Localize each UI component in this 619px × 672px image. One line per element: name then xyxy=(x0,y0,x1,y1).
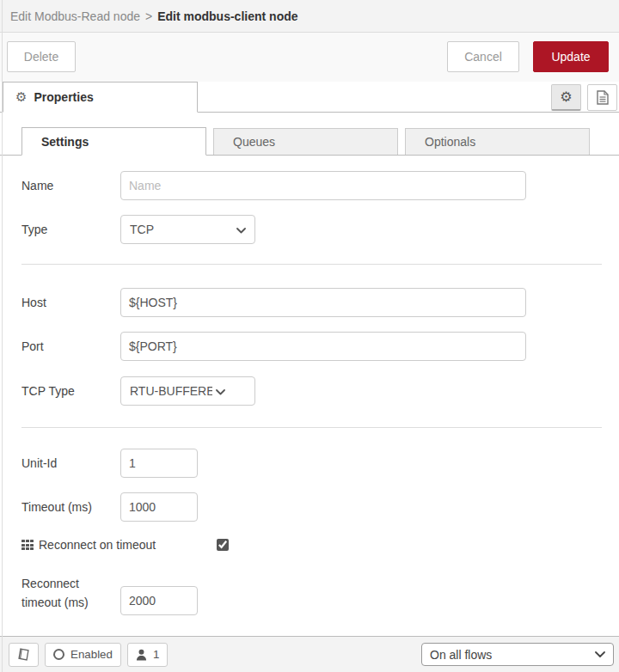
tab-optionals[interactable]: Optionals xyxy=(405,128,590,156)
reconnect-timeout-input[interactable] xyxy=(120,586,198,615)
enabled-label: Enabled xyxy=(70,648,113,661)
update-button[interactable]: Update xyxy=(533,41,609,72)
divider xyxy=(21,427,602,428)
timeout-input[interactable] xyxy=(120,492,198,522)
tab-properties[interactable]: ⚙ Properties xyxy=(3,82,198,113)
deploy-scope-value: On all flows xyxy=(430,648,595,662)
breadcrumb-parent[interactable]: Edit Modbus-Read node xyxy=(10,9,140,23)
type-label: Type xyxy=(21,223,120,236)
instance-count: 1 xyxy=(153,648,159,661)
tab-label: Settings xyxy=(41,135,89,149)
book-icon xyxy=(17,648,30,661)
gear-icon: ⚙ xyxy=(15,91,27,104)
unit-id-field-row: Unit-Id xyxy=(21,449,602,478)
reconnect-on-timeout-checkbox[interactable] xyxy=(217,539,229,551)
reconnect-on-timeout-label-group: Reconnect on timeout xyxy=(21,538,217,552)
deploy-scope-select[interactable]: On all flows xyxy=(421,643,614,666)
name-label: Name xyxy=(21,179,120,192)
toolbar-right-group: Cancel Update xyxy=(447,41,609,72)
timeout-label: Timeout (ms) xyxy=(21,500,120,514)
reconnect-timeout-label: Reconnect timeout (ms) xyxy=(21,574,120,612)
node-description-button[interactable] xyxy=(587,84,617,111)
tab-label: Optionals xyxy=(425,135,475,149)
type-select-value: TCP xyxy=(130,223,233,236)
chevron-down-icon xyxy=(236,223,246,236)
gear-icon: ⚙ xyxy=(560,90,572,104)
chevron-down-icon xyxy=(595,651,605,658)
type-field-row: Type TCP xyxy=(21,215,602,244)
port-label: Port xyxy=(21,339,120,353)
tcp-type-select-value: RTU-BUFFERED xyxy=(130,384,212,398)
properties-panel: Settings Queues Optionals Name Type TCP … xyxy=(0,113,619,636)
tab-label: Queues xyxy=(233,135,275,149)
properties-tab-label: Properties xyxy=(34,90,93,104)
delete-button[interactable]: Delete xyxy=(7,41,76,72)
reconnect-on-timeout-label: Reconnect on timeout xyxy=(39,538,156,552)
host-input[interactable] xyxy=(120,288,526,317)
divider xyxy=(21,264,602,265)
host-label: Host xyxy=(21,296,120,309)
properties-actions: ⚙ xyxy=(551,84,619,111)
timeout-field-row: Timeout (ms) xyxy=(21,492,602,522)
breadcrumb-separator: > xyxy=(145,9,152,23)
tcp-type-label: TCP Type xyxy=(21,384,120,398)
instance-count-button[interactable]: 1 xyxy=(127,643,168,667)
port-field-row: Port xyxy=(21,332,602,361)
docs-button[interactable] xyxy=(9,643,39,667)
enabled-toggle-button[interactable]: Enabled xyxy=(45,643,121,667)
page-title: Edit modbus-client node xyxy=(157,9,297,23)
tcp-type-select[interactable]: RTU-BUFFERED xyxy=(120,376,255,406)
cancel-button[interactable]: Cancel xyxy=(447,41,519,72)
document-icon xyxy=(597,90,609,105)
name-input[interactable] xyxy=(120,171,526,200)
breadcrumb: Edit Modbus-Read node > Edit modbus-clie… xyxy=(0,0,619,33)
unit-id-input[interactable] xyxy=(120,449,198,478)
reconnect-timeout-field-row: Reconnect timeout (ms) xyxy=(21,574,602,615)
port-input[interactable] xyxy=(120,332,526,361)
tab-queues[interactable]: Queues xyxy=(213,128,398,156)
name-field-row: Name xyxy=(21,171,602,200)
tcp-type-field-row: TCP Type RTU-BUFFERED xyxy=(21,376,602,406)
reconnect-on-timeout-row: Reconnect on timeout xyxy=(21,536,602,553)
chevron-down-icon xyxy=(216,384,225,398)
status-circle-icon xyxy=(53,649,64,660)
tray-footer: Enabled 1 On all flows xyxy=(0,636,619,672)
unit-id-label: Unit-Id xyxy=(21,456,120,470)
tab-settings[interactable]: Settings xyxy=(21,127,206,156)
host-field-row: Host xyxy=(21,288,602,317)
node-properties-button[interactable]: ⚙ xyxy=(551,84,581,111)
edit-tray-toolbar: Delete Cancel Update xyxy=(0,33,619,82)
settings-tabs: Settings Queues Optionals xyxy=(0,127,619,156)
person-icon xyxy=(136,649,147,661)
settings-form: Name Type TCP Host Port TCP Type RTU-BU xyxy=(0,156,619,615)
properties-bar: ⚙ Properties ⚙ xyxy=(0,82,619,113)
grid-icon xyxy=(21,540,34,550)
type-select[interactable]: TCP xyxy=(120,215,255,244)
